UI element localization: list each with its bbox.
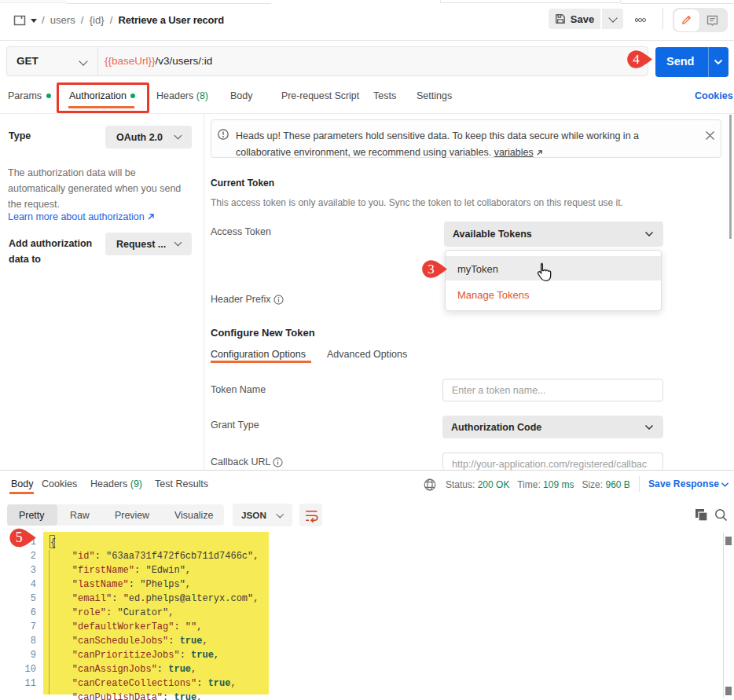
svg-text:3: 3 xyxy=(428,262,435,277)
svg-text:4: 4 xyxy=(633,52,640,67)
svg-text:5: 5 xyxy=(16,530,23,545)
